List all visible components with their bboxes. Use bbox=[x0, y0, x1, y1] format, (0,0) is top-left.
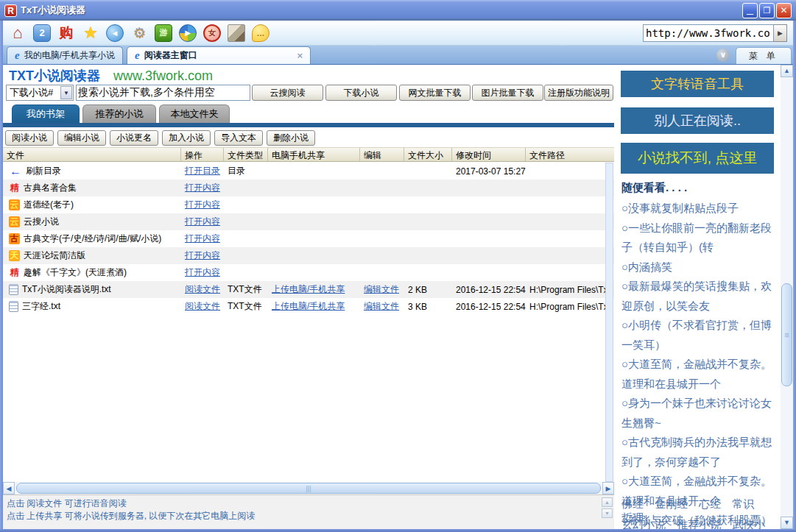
sidebar-link[interactable]: ○大道至简，金融战并不复杂。道理和在县城开一个 bbox=[621, 355, 775, 394]
audio-icon[interactable]: ◄ bbox=[106, 24, 124, 42]
read-file-link[interactable]: 阅读文件 bbox=[185, 284, 220, 294]
open-content-link[interactable]: 打开内容 bbox=[185, 250, 220, 260]
cloud-search-read-button[interactable]: 云搜阅读 bbox=[252, 85, 323, 101]
rename-novel-button[interactable]: 小说更名 bbox=[110, 130, 158, 146]
chat-bubble-icon[interactable]: … bbox=[252, 24, 270, 42]
tab-shared-novels[interactable]: e 我的电脑/手机共享小说 bbox=[7, 46, 123, 64]
status-scroll-down-icon[interactable]: ▼ bbox=[602, 508, 613, 518]
col-action[interactable]: 操作 bbox=[181, 148, 224, 161]
cloud-badge: 云 bbox=[9, 216, 20, 227]
chevron-down-icon[interactable] bbox=[716, 49, 730, 62]
app-window: R TxT小说阅读器 ⌂ 2 购 ★ ◄ ⚙ 游 ▶ 女 … e 我的电脑/手机… bbox=[0, 0, 796, 532]
photo-icon[interactable] bbox=[228, 24, 245, 42]
tab-reader-main[interactable]: e 阅读器主窗口 bbox=[127, 46, 311, 64]
tab-local-folder[interactable]: 本地文件夹 bbox=[159, 104, 230, 123]
col-path[interactable]: 文件路径 bbox=[526, 148, 614, 161]
category-link[interactable]: 心经 bbox=[699, 497, 721, 510]
tts-tool-banner[interactable]: 文字转语音工具 bbox=[621, 71, 774, 97]
category-link[interactable]: 常识 bbox=[733, 497, 755, 510]
table-row: 天天涯论坛简洁版 打开内容 bbox=[3, 247, 614, 264]
add-novel-button[interactable]: 加入小说 bbox=[162, 130, 211, 146]
table-row: 云道德经(老子) 打开内容 bbox=[3, 196, 614, 213]
anime-girl-icon[interactable]: 女 bbox=[203, 24, 221, 42]
upload-share-link[interactable]: 上传电脑/手机共享 bbox=[272, 301, 345, 311]
table-vertical-scrollbar[interactable] bbox=[605, 163, 613, 482]
scroll-right-icon[interactable]: ▶ bbox=[602, 482, 614, 494]
tab-close-icon[interactable] bbox=[297, 50, 303, 61]
scroll-up-icon[interactable]: ▲ bbox=[781, 65, 793, 77]
close-button[interactable] bbox=[776, 3, 792, 18]
horizontal-scroll-thumb[interactable] bbox=[16, 483, 601, 494]
col-file[interactable]: 文件 bbox=[3, 148, 181, 161]
browse-title: 随便看看. . . . bbox=[621, 181, 687, 195]
tab-label: 我的电脑/手机共享小说 bbox=[24, 49, 115, 62]
category-link[interactable]: 推荐小说 bbox=[677, 518, 721, 529]
tab-my-bookshelf[interactable]: 我的书架 bbox=[12, 104, 80, 123]
scroll-down-icon[interactable]: ▼ bbox=[781, 517, 793, 529]
vertical-scroll-thumb[interactable] bbox=[781, 283, 792, 386]
scroll-left-icon[interactable]: ◀ bbox=[3, 482, 15, 494]
download-novel-button[interactable]: 下载小说 bbox=[325, 85, 397, 101]
delete-novel-button[interactable]: 删除小说 bbox=[267, 130, 315, 146]
open-content-link[interactable]: 打开内容 bbox=[185, 233, 220, 244]
sidebar-vertical-scrollbar[interactable]: ▲ ▼ bbox=[781, 65, 793, 529]
open-content-link[interactable]: 打开内容 bbox=[185, 199, 220, 210]
main-toolbar: ⌂ 2 购 ★ ◄ ⚙ 游 ▶ 女 … bbox=[3, 21, 793, 46]
status-scroll-up-icon[interactable]: ▲ bbox=[602, 497, 613, 507]
read-file-link[interactable]: 阅读文件 bbox=[185, 301, 220, 311]
game-icon[interactable]: 游 bbox=[155, 24, 172, 42]
edit-novel-button[interactable]: 编辑小说 bbox=[57, 130, 106, 146]
site-link[interactable]: www.3fwork.com bbox=[113, 68, 213, 84]
edit-file-link[interactable]: 编辑文件 bbox=[364, 301, 399, 311]
window-title: TxT小说阅读器 bbox=[21, 4, 742, 17]
cloud-badge: 云 bbox=[9, 199, 20, 210]
open-content-link[interactable]: 打开内容 bbox=[185, 182, 220, 193]
url-go-icon[interactable] bbox=[774, 24, 787, 42]
category-link[interactable]: 金刚经 bbox=[655, 497, 688, 510]
menu-button[interactable]: 菜 单 bbox=[736, 47, 792, 64]
lock-icon[interactable]: 2 bbox=[33, 24, 51, 42]
shop-icon[interactable]: 购 bbox=[57, 24, 75, 42]
others-reading-banner[interactable]: 别人正在阅读.. bbox=[621, 107, 774, 134]
favorites-star-icon[interactable]: ★ bbox=[82, 24, 99, 42]
tab-recommended-novels[interactable]: 推荐的小说 bbox=[82, 104, 156, 123]
batch-download-image-button[interactable]: 图片批量下载 bbox=[472, 85, 543, 101]
search-input[interactable] bbox=[76, 85, 250, 101]
sidebar-link[interactable]: ○最新最爆笑的笑话搜集贴，欢迎原创，以笑会友 bbox=[621, 277, 775, 316]
minimize-button[interactable] bbox=[742, 3, 758, 18]
search-category-select[interactable]: 下载小说# bbox=[6, 85, 74, 101]
open-directory-link[interactable]: 打开目录 bbox=[185, 166, 220, 176]
category-link[interactable]: 佛经 bbox=[621, 497, 644, 510]
upload-share-link[interactable]: 上传电脑/手机共享 bbox=[272, 284, 345, 294]
open-content-link[interactable]: 打开内容 bbox=[185, 216, 220, 227]
registered-features-button[interactable]: 注册版功能说明 bbox=[544, 85, 613, 101]
sidebar: 文字转语音工具 别人正在阅读.. 小说找不到, 点这里 随便看看. . . . … bbox=[614, 65, 781, 529]
sidebar-link[interactable]: ○没事就复制粘贴点段子 bbox=[621, 199, 775, 219]
maximize-button[interactable] bbox=[759, 3, 775, 18]
col-share[interactable]: 电脑手机共享 bbox=[268, 148, 360, 161]
category-link[interactable]: 玄幻小说 bbox=[621, 518, 666, 529]
import-text-button[interactable]: 导入文本 bbox=[214, 130, 263, 146]
batch-download-web-button[interactable]: 网文批量下载 bbox=[399, 85, 471, 101]
sidebar-link[interactable]: ○小明传（不求看官打赏，但博一笑耳） bbox=[621, 316, 775, 355]
edit-file-link[interactable]: 编辑文件 bbox=[364, 284, 399, 294]
col-modified[interactable]: 修改时间 bbox=[452, 148, 526, 161]
media-player-icon[interactable]: ▶ bbox=[179, 24, 197, 42]
novel-not-found-banner[interactable]: 小说找不到, 点这里 bbox=[621, 143, 774, 174]
text-file-icon bbox=[9, 301, 18, 312]
col-type[interactable]: 文件类型 bbox=[224, 148, 268, 161]
sidebar-link[interactable]: ○内涵搞笑 bbox=[621, 258, 775, 277]
col-edit[interactable]: 编辑 bbox=[360, 148, 404, 161]
url-input[interactable] bbox=[643, 24, 774, 42]
table-row: 精趣解《千字文》(天涯煮酒) 打开内容 bbox=[3, 264, 614, 281]
sidebar-link[interactable]: ○身为一个妹子也来讨论讨论女生翘臀~ bbox=[621, 394, 775, 433]
chevron-down-icon[interactable] bbox=[60, 86, 72, 99]
status-line: 点击 上传共享 可将小说传到服务器, 以便下次在其它电脑上阅读 bbox=[7, 510, 610, 522]
sidebar-link[interactable]: ○古代克制骑兵的办法我早就想到了，奈何穿越不了 bbox=[621, 433, 775, 472]
col-size[interactable]: 文件大小 bbox=[404, 148, 452, 161]
home-icon[interactable]: ⌂ bbox=[9, 24, 27, 42]
sidebar-link[interactable]: ○一些让你眼前一亮的翻新老段子（转自知乎）(转 bbox=[621, 219, 775, 258]
read-novel-button[interactable]: 阅读小说 bbox=[5, 130, 54, 146]
tools-icon[interactable]: ⚙ bbox=[130, 24, 148, 42]
open-content-link[interactable]: 打开内容 bbox=[185, 267, 220, 277]
